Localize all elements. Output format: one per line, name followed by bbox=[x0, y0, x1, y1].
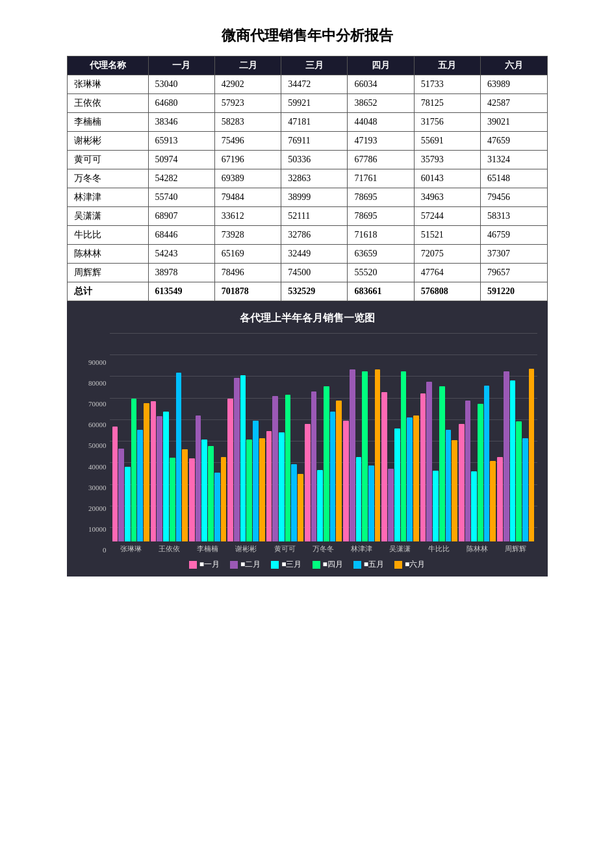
x-axis-label: 谢彬彬 bbox=[227, 544, 264, 554]
table-cell: 39021 bbox=[481, 113, 547, 132]
y-axis-label: 20000 bbox=[77, 505, 110, 512]
chart-area: 0100002000030000400005000060000700008000… bbox=[77, 333, 537, 554]
table-header: 一月 bbox=[148, 56, 214, 75]
x-axis-label: 万冬冬 bbox=[305, 544, 342, 554]
table-cell: 吴潇潇 bbox=[67, 207, 148, 226]
table-cell: 42902 bbox=[214, 75, 281, 94]
table-cell: 33612 bbox=[214, 207, 281, 226]
bar bbox=[253, 421, 259, 541]
legend-item: ■六月 bbox=[394, 559, 425, 570]
table-row: 李楠楠383465828347181440483175639021 bbox=[67, 113, 547, 132]
table-cell: 57244 bbox=[414, 207, 480, 226]
bar bbox=[266, 431, 272, 541]
table-cell: 71761 bbox=[348, 169, 414, 188]
bar bbox=[291, 464, 297, 541]
bar bbox=[234, 378, 240, 541]
x-axis-label: 牛比比 bbox=[420, 544, 457, 554]
totals-row: 总计613549701878532529683661576808591220 bbox=[67, 282, 547, 301]
table-cell: 58283 bbox=[214, 113, 281, 132]
agent-bar-group bbox=[112, 399, 149, 541]
legend-color-box bbox=[271, 561, 279, 569]
table-cell: 38652 bbox=[348, 94, 414, 113]
table-cell: 67786 bbox=[348, 151, 414, 169]
totals-cell: 701878 bbox=[214, 282, 281, 301]
bar bbox=[246, 440, 252, 541]
table-cell: 76911 bbox=[281, 132, 348, 151]
table-cell: 68907 bbox=[148, 207, 214, 226]
bar bbox=[189, 458, 195, 541]
bar bbox=[356, 457, 362, 541]
table-cell: 37307 bbox=[481, 245, 547, 264]
table-cell: 78496 bbox=[214, 264, 281, 282]
chart-title: 各代理上半年各月销售一览图 bbox=[77, 312, 537, 325]
table-cell: 58313 bbox=[481, 207, 547, 226]
agent-bar-group bbox=[459, 386, 496, 541]
table-cell: 60143 bbox=[414, 169, 480, 188]
bar bbox=[137, 430, 143, 541]
table-cell: 68446 bbox=[148, 226, 214, 245]
bar bbox=[112, 427, 118, 541]
table-row: 黄可可509746719650336677863579331324 bbox=[67, 151, 547, 169]
table-cell: 75496 bbox=[214, 132, 281, 151]
bars-and-grid bbox=[110, 333, 537, 541]
bar bbox=[433, 471, 439, 541]
totals-cell: 532529 bbox=[281, 282, 348, 301]
table-cell: 34963 bbox=[414, 188, 480, 207]
bar bbox=[227, 399, 233, 541]
x-axis-label: 陈林林 bbox=[459, 544, 496, 554]
legend-label: ■三月 bbox=[281, 559, 301, 570]
table-row: 谢彬彬659137549676911471935569147659 bbox=[67, 132, 547, 151]
bar bbox=[350, 369, 355, 541]
totals-cell: 613549 bbox=[148, 282, 214, 301]
bars-row bbox=[110, 347, 537, 541]
x-axis-label: 王依依 bbox=[151, 544, 188, 554]
bar bbox=[240, 375, 246, 541]
table-cell: 31324 bbox=[481, 151, 547, 169]
grid-line bbox=[110, 333, 537, 334]
legend-label: ■六月 bbox=[405, 559, 425, 570]
table-header: 五月 bbox=[414, 56, 480, 75]
table-cell: 46759 bbox=[481, 226, 547, 245]
bar bbox=[490, 461, 496, 541]
bar bbox=[272, 396, 278, 541]
bar bbox=[125, 467, 131, 541]
bar bbox=[401, 371, 407, 541]
table-cell: 63659 bbox=[348, 245, 414, 264]
agent-bar-group bbox=[343, 369, 380, 541]
table-row: 陈林林542436516932449636597207537307 bbox=[67, 245, 547, 264]
bar bbox=[407, 417, 413, 541]
table-row: 万冬冬542826938932863717616014365148 bbox=[67, 169, 547, 188]
bar bbox=[144, 403, 149, 541]
bar bbox=[208, 446, 214, 541]
table-cell: 47659 bbox=[481, 132, 547, 151]
x-labels: 张琳琳王依依李楠楠谢彬彬黄可可万冬冬林津津吴潇潇牛比比陈林林周辉辉 bbox=[110, 544, 537, 554]
x-axis-label: 李楠楠 bbox=[189, 544, 226, 554]
legend-label: ■二月 bbox=[240, 559, 261, 570]
table-cell: 35793 bbox=[414, 151, 480, 169]
bar bbox=[504, 371, 509, 541]
bar bbox=[214, 473, 220, 541]
bar bbox=[446, 430, 452, 541]
bar bbox=[196, 415, 201, 541]
table-cell: 47181 bbox=[281, 113, 348, 132]
table-cell: 38999 bbox=[281, 188, 348, 207]
bar bbox=[176, 373, 182, 541]
bar bbox=[529, 369, 535, 541]
table-cell: 57923 bbox=[214, 94, 281, 113]
table-cell: 55740 bbox=[148, 188, 214, 207]
bar bbox=[420, 393, 426, 541]
bar bbox=[118, 449, 124, 541]
y-axis-label: 50000 bbox=[77, 442, 110, 449]
bar bbox=[388, 469, 394, 541]
bar bbox=[317, 470, 323, 541]
table-cell: 79456 bbox=[481, 188, 547, 207]
table-cell: 32863 bbox=[281, 169, 348, 188]
table-cell: 65169 bbox=[214, 245, 281, 264]
bar bbox=[305, 424, 311, 541]
table-cell: 55691 bbox=[414, 132, 480, 151]
totals-cell: 576808 bbox=[414, 282, 480, 301]
legend-label: ■五月 bbox=[364, 559, 384, 570]
table-cell: 79484 bbox=[214, 188, 281, 207]
bar bbox=[131, 399, 137, 541]
table-cell: 78125 bbox=[414, 94, 480, 113]
